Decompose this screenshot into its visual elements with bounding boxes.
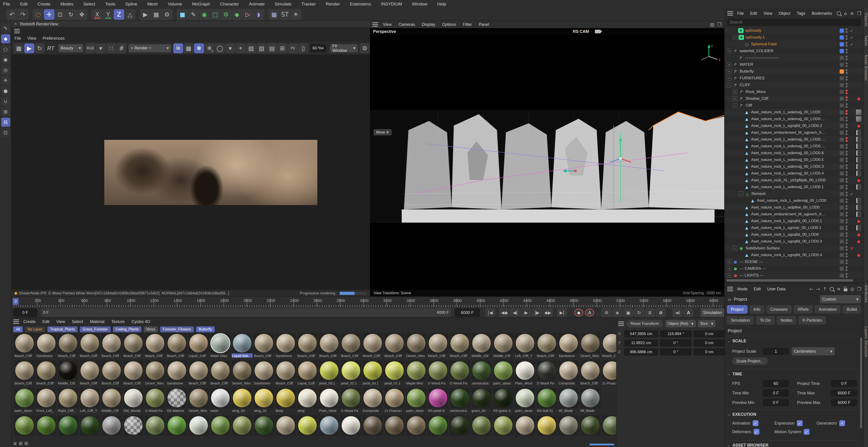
layer-badge[interactable]: ∕ [840, 240, 844, 244]
mograph-menu[interactable]: ◉ [199, 9, 210, 20]
layer-badge[interactable]: ∕ [840, 137, 844, 142]
layer-tag-forester-flowers[interactable]: Forester_Flowers [160, 326, 194, 332]
collapse-icon[interactable]: − [727, 83, 731, 87]
object-row[interactable]: ▲Aset_nature_rock_L_wdemajj_00_LOD0∕ [724, 109, 864, 116]
checkbox-expression[interactable]: ✓ [797, 420, 803, 426]
position-field-z[interactable]: 896.6888 cm [624, 348, 658, 356]
hamburger-menu-icon[interactable] [14, 29, 20, 33]
list-view-icon[interactable]: ≣ [13, 441, 17, 446]
material-item-sandstone[interactable]: Sandstone [36, 333, 57, 358]
layer-badge[interactable]: ∕ [840, 171, 844, 176]
reduce-button[interactable]: ⊘ [656, 308, 666, 317]
material-item[interactable] [493, 415, 514, 436]
material-item-beach-cliff[interactable]: Beach_Cliff [14, 360, 35, 385]
image-region-button[interactable]: ▨ [246, 43, 256, 53]
fit-dropdown[interactable]: Fit Window▼ [330, 44, 358, 52]
material-item-desert-wes[interactable]: Desert_Wes [188, 388, 209, 413]
time-field-fps[interactable]: 60 [763, 380, 789, 387]
menu-render[interactable]: Render [321, 2, 345, 7]
visibility-dots[interactable] [845, 96, 847, 101]
render-snapshot-icon[interactable]: ▦ [14, 43, 24, 53]
material-item[interactable] [79, 415, 100, 436]
expand-icon[interactable]: + [727, 76, 731, 81]
material-item-left-cliff-y[interactable]: Left_Cliff_Y [514, 333, 536, 358]
prev-key-button[interactable]: ◀◆ [499, 308, 509, 317]
layer-badge[interactable]: ∕ [840, 205, 844, 210]
prev-frame-button[interactable]: ◀| [510, 308, 521, 317]
expand-icon[interactable]: + [727, 69, 731, 74]
material-item-desert-wes[interactable]: Desert_Wes [580, 333, 601, 358]
stripes-button[interactable]: ▧ [257, 43, 267, 53]
material-menu-cycles-4d[interactable]: Cycles 4D [128, 319, 153, 324]
snapshot-pv-button[interactable]: PV [288, 43, 298, 53]
disabled-cross-icon[interactable]: ✕ [849, 246, 854, 251]
attribute-menu-mode[interactable]: Mode [734, 287, 751, 291]
timeline-ruler[interactable]: 0 02004006008001000120014001600180020002… [11, 298, 724, 307]
object-menu-object[interactable]: Object [776, 11, 794, 16]
material-hscrollbar[interactable] [589, 444, 614, 445]
redshift-tag-icon[interactable]: ◆ [857, 178, 860, 183]
popout-icon[interactable]: ❐ [857, 11, 861, 16]
material-item[interactable] [297, 415, 318, 436]
material-tag-icon[interactable] [857, 171, 861, 176]
layer-badge[interactable]: ∕ [840, 131, 844, 135]
layer-badge[interactable]: ∕ [840, 165, 844, 169]
object-row[interactable]: +↱waterfall_COLIDER [724, 47, 864, 55]
expand-icon[interactable]: + [727, 62, 731, 67]
aov-dropdown[interactable]: Beauty▼ [59, 44, 84, 52]
material-item-front-left[interactable]: Front_Left_ [36, 388, 57, 413]
last-used-tool[interactable]: ✥ [76, 9, 87, 20]
model-mode-icon[interactable]: ◆ [1, 34, 10, 43]
render-slot-dropdown[interactable]: < Render >▼ [128, 44, 171, 52]
time-field-time-min[interactable]: 0 F [763, 389, 789, 397]
texture-tag-icon[interactable] [856, 116, 861, 122]
object-manager-hamburger-icon[interactable] [727, 11, 733, 15]
layer-badge[interactable] [840, 29, 844, 33]
material-item[interactable] [406, 415, 427, 436]
z-axis-lock[interactable]: Z [114, 9, 124, 20]
visibility-dots[interactable] [845, 198, 847, 203]
undo-button[interactable]: ↶ [7, 9, 17, 20]
layer-tag-grass-forester[interactable]: Grass_Forester [80, 326, 111, 332]
object-row[interactable]: ▲Aset_nature_rock_L_xgoqfid_00_LOD0.3∕◆ [724, 238, 864, 245]
object-tree-hscrollbar[interactable] [726, 279, 853, 282]
spline-boolean-menu[interactable]: ▷ [243, 9, 253, 20]
renderview-canvas[interactable] [11, 55, 370, 290]
visibility-dots[interactable] [845, 110, 847, 115]
scale-tool[interactable]: ⊡ [55, 9, 65, 20]
material-item-petal-02-1[interactable]: petal_02.1 [340, 360, 362, 385]
material-item-liquid-coff[interactable]: Liquid_Coff [188, 333, 209, 358]
material-item[interactable] [57, 415, 79, 436]
visibility-dots[interactable] [845, 219, 847, 224]
object-row[interactable]: +↱WATER∕ [724, 61, 864, 68]
solo-button[interactable]: ≣ [645, 308, 655, 317]
object-row[interactable]: ▲Aset_nature_rock_L_wdemajj_00_LOD0.5∕ [724, 156, 864, 163]
visibility-dots[interactable] [845, 90, 847, 94]
material-item-petal-03-1[interactable]: petal_03.1 [362, 360, 383, 385]
grid-view-icon[interactable]: ⊞ [19, 441, 23, 446]
material-item-middle-clif[interactable]: Middle_Clif [101, 388, 122, 413]
side-tab-asset-browser[interactable]: Asset Browser [864, 55, 868, 81]
axis-gizmo-toggle[interactable]: △ [125, 9, 135, 20]
tab-bullet[interactable]: Bullet [843, 305, 861, 314]
material-item-beach-cliff[interactable]: Beach_Cliff [318, 333, 340, 358]
x-axis-lock[interactable]: X [92, 9, 102, 20]
object-menu-view[interactable]: View [760, 11, 776, 16]
object-row[interactable]: −↱Cliff∕ [724, 102, 864, 109]
layer-badge[interactable]: ∕ [840, 260, 844, 264]
material-item-liquid-wat[interactable]: Liquid Wat [231, 333, 253, 358]
freeze-button[interactable]: ❄ [194, 43, 204, 53]
object-row[interactable]: ▲Aset_nature_rock_L_wdemajj_00_LOD0.dddd… [724, 116, 864, 122]
material-item-beach-cliff[interactable]: Beach_Cliff [166, 333, 187, 358]
object-row[interactable]: ▲Aset_nature_rock_L_wdemajj_00_LOD0∕ [724, 197, 864, 204]
renderview-menu-file[interactable]: File [11, 36, 24, 41]
material-item-plain-wool[interactable]: Plain_Wool [318, 388, 340, 413]
coordinates-hamburger-icon[interactable] [618, 321, 624, 326]
layer-tag-tropical-plants[interactable]: Tropical_Plants [48, 326, 78, 332]
target-icon[interactable]: ◎ [850, 286, 854, 292]
material-tag-icon[interactable] [857, 164, 861, 169]
material-tag-icon[interactable] [857, 130, 861, 135]
object-row[interactable]: ▲Aset_nature_rock_L_wdemajj_00_LOD0.3∕ [724, 163, 864, 170]
viewport-display-icon[interactable]: ▤ [710, 22, 714, 27]
object-row[interactable]: −❋xpGravity.1✓ [724, 34, 864, 41]
